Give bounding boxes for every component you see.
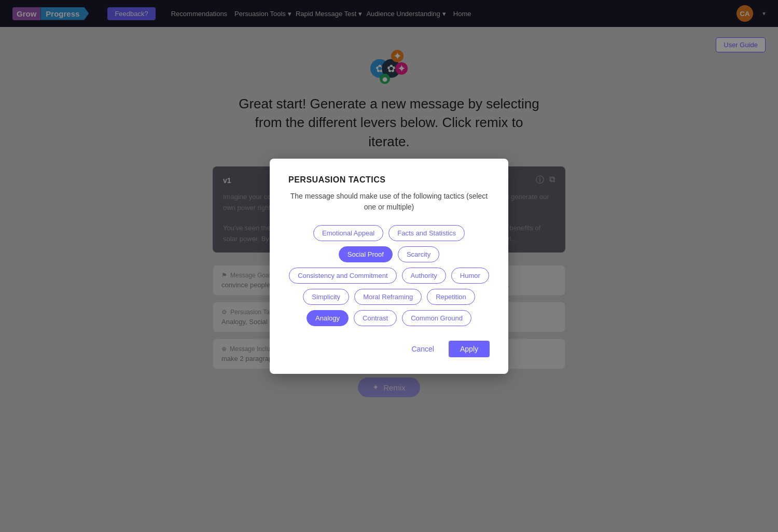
tactic-btn-authority[interactable]: Authority	[402, 268, 446, 284]
tactic-btn-consistency-and-commitment[interactable]: Consistency and Commitment	[289, 268, 396, 284]
tactic-btn-contrast[interactable]: Contrast	[354, 310, 397, 326]
modal-title: PERSUASION TACTICS	[288, 175, 490, 185]
tactic-btn-facts-and-statistics[interactable]: Facts and Statistics	[388, 225, 465, 241]
tactic-btn-humor[interactable]: Humor	[451, 268, 489, 284]
tactic-btn-simplicity[interactable]: Simplicity	[303, 289, 349, 305]
cancel-button[interactable]: Cancel	[403, 341, 442, 357]
modal-overlay[interactable]: PERSUASION TACTICS The message should ma…	[0, 0, 778, 532]
persuasion-tactics-modal: PERSUASION TACTICS The message should ma…	[270, 159, 508, 374]
tactic-btn-social-proof[interactable]: Social Proof	[339, 246, 393, 262]
tactic-btn-emotional-appeal[interactable]: Emotional Appeal	[313, 225, 383, 241]
tactic-btn-repetition[interactable]: Repetition	[427, 289, 475, 305]
modal-subtitle: The message should make use of the follo…	[288, 191, 490, 213]
modal-actions: Cancel Apply	[288, 341, 490, 357]
tactic-btn-common-ground[interactable]: Common Ground	[402, 310, 471, 326]
tactic-btn-analogy[interactable]: Analogy	[307, 310, 349, 326]
tactic-btn-scarcity[interactable]: Scarcity	[398, 246, 439, 262]
tactic-btn-moral-reframing[interactable]: Moral Reframing	[354, 289, 422, 305]
apply-button[interactable]: Apply	[449, 341, 490, 357]
tactics-grid: Emotional AppealFacts and StatisticsSoci…	[288, 225, 490, 326]
